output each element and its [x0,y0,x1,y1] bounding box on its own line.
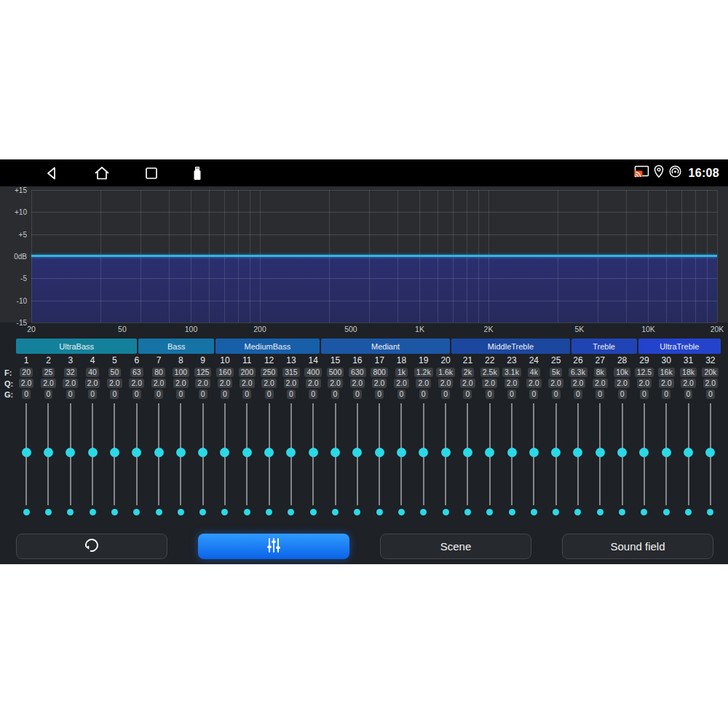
gain-slider[interactable] [390,400,412,506]
gain-value-row: 0 [390,389,412,400]
gain-slider[interactable] [501,400,523,506]
slider-knob[interactable] [242,448,252,457]
slider-knob[interactable] [352,448,362,457]
slider-zero-marker [663,509,670,515]
frequency-row-label: F: [4,368,15,377]
slider-knob[interactable] [309,448,318,457]
scene-button-label: Scene [440,540,472,553]
equalizer-button[interactable] [198,534,349,559]
gain-value-box: 0 [309,389,317,399]
q-value-box: 2.0 [151,379,167,388]
slider-knob[interactable] [220,448,229,457]
slider-zero-marker [354,509,360,515]
gain-slider[interactable] [567,400,589,506]
slider-knob[interactable] [397,448,406,457]
slider-knob[interactable] [110,448,119,457]
eq-channel-column: 3016k2.00 [655,354,677,516]
slider-zero-marker [244,509,250,515]
gain-slider[interactable] [15,400,37,506]
slider-knob[interactable] [529,448,539,457]
gain-slider[interactable] [103,400,125,506]
slider-knob[interactable] [176,448,186,457]
slider-knob[interactable] [419,448,428,457]
channel-number: 20 [440,354,450,367]
slider-knob[interactable] [132,448,141,457]
gain-slider[interactable] [611,400,633,506]
gain-slider[interactable] [413,400,435,506]
slider-knob[interactable] [639,448,649,457]
slider-knob[interactable] [596,448,605,457]
gain-slider[interactable] [545,400,567,506]
gain-slider[interactable] [37,400,59,506]
back-icon[interactable] [44,165,60,181]
sound-field-button[interactable]: Sound field [562,534,713,559]
slider-knob[interactable] [662,448,671,457]
frequency-value-row: 5k [545,367,567,378]
gain-value-box: 0 [552,389,561,399]
slider-knob[interactable] [154,448,164,457]
gain-slider[interactable] [126,400,148,506]
home-icon[interactable] [93,165,111,181]
gain-slider[interactable] [456,400,478,506]
recents-icon[interactable] [144,166,159,181]
slider-zero-marker-cell [347,506,368,516]
slider-knob[interactable] [286,448,296,457]
gain-slider[interactable] [324,400,346,506]
gain-slider[interactable] [280,400,302,506]
q-value-box: 2.0 [306,379,321,388]
channel-number: 23 [507,354,516,367]
q-value-row: 2.0 [677,378,699,389]
gain-slider[interactable] [677,400,699,506]
slider-knob[interactable] [88,448,98,457]
gain-slider[interactable] [589,400,611,506]
slider-knob[interactable] [44,448,53,457]
slider-knob[interactable] [264,448,274,457]
gain-slider[interactable] [214,400,236,506]
gain-slider[interactable] [523,400,545,506]
eq-channel-column: 191.2k2.00 [413,354,435,516]
gain-slider[interactable] [60,400,82,506]
gain-slider[interactable] [700,400,721,506]
slider-zero-marker-cell [324,506,346,516]
slider-knob[interactable] [573,448,582,457]
slider-knob[interactable] [705,448,715,457]
slider-knob[interactable] [463,448,472,457]
q-value-row: 2.0 [324,378,346,389]
slider-knob[interactable] [617,448,627,457]
gain-slider[interactable] [435,400,456,506]
slider-knob[interactable] [22,448,31,457]
gain-slider[interactable] [633,400,655,506]
gain-slider[interactable] [347,400,368,506]
gain-slider[interactable] [170,400,191,506]
gain-slider[interactable] [479,400,501,506]
scene-button[interactable]: Scene [380,534,531,559]
slider-knob[interactable] [551,448,561,457]
slider-zero-marker-cell [677,506,699,516]
gain-slider[interactable] [368,400,390,506]
gain-slider[interactable] [258,400,280,506]
slider-knob[interactable] [375,448,384,457]
gain-slider[interactable] [148,400,170,506]
gain-slider[interactable] [302,400,324,506]
eq-channel-column: 81002.00 [170,354,191,516]
q-value-box: 2.0 [438,379,454,388]
gain-slider[interactable] [82,400,103,506]
slider-knob[interactable] [198,448,207,457]
eq-channel-column: 3220k2.00 [700,354,721,516]
q-value-box: 2.0 [571,379,586,388]
q-value-box: 2.0 [548,379,563,388]
slider-zero-marker-cell [501,506,523,516]
gain-value-row: 0 [567,389,589,400]
slider-knob[interactable] [485,448,494,457]
gain-slider[interactable] [655,400,677,506]
gain-slider[interactable] [192,400,214,506]
slider-knob[interactable] [507,448,517,457]
slider-knob[interactable] [684,448,693,457]
slider-knob[interactable] [66,448,75,457]
db-tick-label: -15 [0,319,27,327]
frequency-value-box: 125 [194,368,212,377]
slider-knob[interactable] [441,448,451,457]
gain-slider[interactable] [236,400,258,506]
slider-knob[interactable] [331,448,340,457]
reset-button[interactable] [16,534,167,559]
